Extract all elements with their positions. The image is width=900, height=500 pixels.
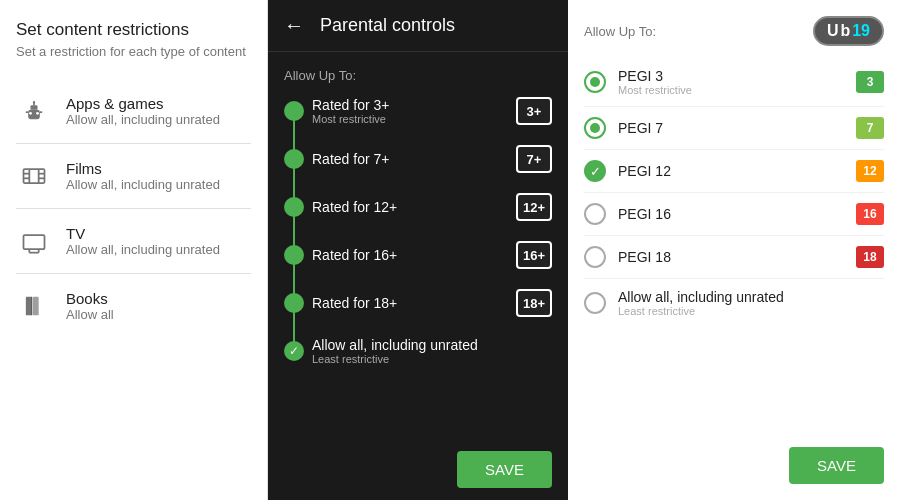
pegi12-badge: 12	[856, 160, 884, 182]
pegi18-label: PEGI 18	[618, 249, 856, 265]
right-item-pegi3[interactable]: PEGI 3 Most restrictive 3	[584, 58, 884, 107]
right-allow-up-to: Allow Up To:	[584, 24, 656, 39]
svg-rect-1	[31, 105, 38, 110]
right-header: Allow Up To: Ub 19	[584, 16, 884, 46]
logo-num: 19	[852, 22, 870, 40]
dot-18plus	[284, 293, 304, 313]
dot-allunrated	[284, 341, 304, 361]
book-icon	[16, 288, 52, 324]
pegi16-badge: 16	[856, 203, 884, 225]
right-save-button[interactable]: Save	[789, 447, 884, 484]
apps-games-sublabel: Allow all, including unrated	[66, 112, 220, 127]
dot-7plus	[284, 149, 304, 169]
pegi7-label: PEGI 7	[618, 120, 856, 136]
books-sublabel: Allow all	[66, 307, 114, 322]
rating-text-12plus: Rated for 12+	[304, 199, 516, 215]
rating-badge-18plus: 18+	[516, 289, 552, 317]
rating-text-7plus: Rated for 7+	[304, 151, 516, 167]
pegi3-sub: Most restrictive	[618, 84, 856, 96]
apps-games-label: Apps & games	[66, 95, 220, 112]
rating-label-7plus: Rated for 7+	[312, 151, 516, 167]
pegi18-text: PEGI 18	[618, 249, 856, 265]
radio-pegi18	[584, 246, 606, 268]
radio-pegi16	[584, 203, 606, 225]
rating-label-allunrated: Allow all, including unrated	[312, 337, 552, 353]
pegi12-text: PEGI 12	[618, 163, 856, 179]
pegi16-label: PEGI 16	[618, 206, 856, 222]
radio-allunrated	[584, 292, 606, 314]
left-title: Set content restrictions	[16, 20, 251, 40]
rating-item-16plus[interactable]: Rated for 16+ 16+	[304, 241, 552, 269]
right-item-pegi12[interactable]: PEGI 12 12	[584, 150, 884, 193]
right-item-pegi7[interactable]: PEGI 7 7	[584, 107, 884, 150]
pegi12-label: PEGI 12	[618, 163, 856, 179]
svg-point-5	[33, 101, 35, 103]
rating-sub-allunrated: Least restrictive	[312, 353, 552, 365]
sidebar-item-books[interactable]: Books Allow all	[16, 274, 251, 338]
middle-allow-up-to: Allow Up To:	[284, 68, 552, 83]
pegi3-badge: 3	[856, 71, 884, 93]
films-label: Films	[66, 160, 220, 177]
radio-pegi3	[584, 71, 606, 93]
right-footer: Save	[584, 447, 884, 484]
pegi3-text: PEGI 3 Most restrictive	[618, 68, 856, 96]
sidebar-item-tv[interactable]: TV Allow all, including unrated	[16, 209, 251, 274]
rating-item-18plus[interactable]: Rated for 18+ 18+	[304, 289, 552, 317]
rating-sub-3plus: Most restrictive	[312, 113, 516, 125]
left-subtitle: Set a restriction for each type of conte…	[16, 44, 251, 59]
logo-text: Ub	[827, 22, 852, 40]
rating-item-allunrated[interactable]: Allow all, including unrated Least restr…	[304, 337, 552, 365]
middle-header: ← Parental controls	[268, 0, 568, 52]
svg-rect-20	[33, 297, 39, 316]
rating-label-12plus: Rated for 12+	[312, 199, 516, 215]
radio-pegi12	[584, 160, 606, 182]
dot-3plus	[284, 101, 304, 121]
rating-label-16plus: Rated for 16+	[312, 247, 516, 263]
rating-text-3plus: Rated for 3+ Most restrictive	[304, 97, 516, 125]
svg-rect-8	[24, 169, 45, 183]
pegi16-text: PEGI 16	[618, 206, 856, 222]
rating-text-16plus: Rated for 16+	[304, 247, 516, 263]
svg-rect-19	[26, 297, 32, 316]
tv-icon	[16, 223, 52, 259]
right-item-pegi16[interactable]: PEGI 16 16	[584, 193, 884, 236]
rating-text-18plus: Rated for 18+	[304, 295, 516, 311]
pegi18-badge: 18	[856, 246, 884, 268]
left-panel: Set content restrictions Set a restricti…	[0, 0, 268, 500]
right-item-allunrated[interactable]: Allow all, including unrated Least restr…	[584, 279, 884, 327]
sidebar-item-films[interactable]: Films Allow all, including unrated	[16, 144, 251, 209]
rating-item-3plus[interactable]: Rated for 3+ Most restrictive 3+	[304, 97, 552, 125]
pegi7-text: PEGI 7	[618, 120, 856, 136]
middle-panel: ← Parental controls Allow Up To: Rated f…	[268, 0, 568, 500]
middle-rating-list: Rated for 3+ Most restrictive 3+ Rated f…	[284, 97, 552, 365]
right-panel: Allow Up To: Ub 19 PEGI 3 Most restricti…	[568, 0, 900, 500]
rating-item-7plus[interactable]: Rated for 7+ 7+	[304, 145, 552, 173]
rating-item-12plus[interactable]: Rated for 12+ 12+	[304, 193, 552, 221]
books-label: Books	[66, 290, 114, 307]
svg-rect-15	[24, 235, 45, 249]
sidebar-item-apps-games[interactable]: Apps & games Allow all, including unrate…	[16, 79, 251, 144]
back-button[interactable]: ←	[284, 14, 304, 37]
right-item-pegi18[interactable]: PEGI 18 18	[584, 236, 884, 279]
tv-label: TV	[66, 225, 220, 242]
pegi7-badge: 7	[856, 117, 884, 139]
tv-text: TV Allow all, including unrated	[66, 225, 220, 257]
right-rating-list: PEGI 3 Most restrictive 3 PEGI 7 7 PEGI …	[584, 58, 884, 439]
allunrated-label: Allow all, including unrated	[618, 289, 884, 305]
middle-footer: Save	[268, 439, 568, 500]
rating-badge-12plus: 12+	[516, 193, 552, 221]
allunrated-text: Allow all, including unrated Least restr…	[618, 289, 884, 317]
allunrated-sub: Least restrictive	[618, 305, 884, 317]
film-icon	[16, 158, 52, 194]
films-sublabel: Allow all, including unrated	[66, 177, 220, 192]
rating-badge-7plus: 7+	[516, 145, 552, 173]
rating-label-18plus: Rated for 18+	[312, 295, 516, 311]
dot-16plus	[284, 245, 304, 265]
rating-label-3plus: Rated for 3+	[312, 97, 516, 113]
books-text: Books Allow all	[66, 290, 114, 322]
apps-games-text: Apps & games Allow all, including unrate…	[66, 95, 220, 127]
robot-icon	[16, 93, 52, 129]
middle-save-button[interactable]: Save	[457, 451, 552, 488]
rating-badge-16plus: 16+	[516, 241, 552, 269]
svg-point-3	[36, 112, 39, 115]
